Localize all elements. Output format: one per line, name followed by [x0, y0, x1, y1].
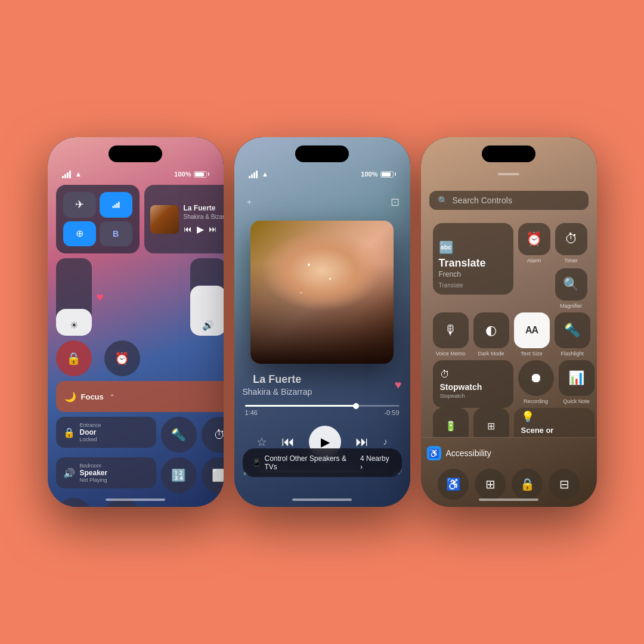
album-art-thumbnail: [150, 205, 179, 234]
focus-chevron: ⌃: [110, 394, 114, 400]
alarm-item: ⏰ Alarm: [518, 223, 550, 264]
battery-icon-2: [380, 171, 396, 178]
calculator-button[interactable]: 🔢: [161, 457, 197, 493]
status-left: ▲: [62, 170, 82, 178]
play-button[interactable]: ▶: [197, 224, 204, 235]
top-row: ✈ ⊕ B La Fuerte Shakira & Biz: [56, 185, 224, 253]
dark-mode-button[interactable]: ◐: [473, 312, 509, 348]
track-artist: Shakira & Bizarr...: [184, 213, 224, 220]
status-right-2: 100%: [361, 171, 395, 178]
translate-bottom: Translate: [439, 282, 463, 289]
volume-slider[interactable]: 🔊: [190, 258, 224, 336]
progress-bar-container[interactable]: 1:46 -0:59: [243, 405, 402, 416]
cellular-button[interactable]: [100, 192, 132, 218]
fast-forward-button[interactable]: ⏭: [209, 224, 217, 234]
flashlight-button[interactable]: 🔦: [161, 417, 197, 453]
pull-indicator: [498, 173, 519, 175]
add-button[interactable]: ＋: [245, 197, 253, 208]
heart-icon[interactable]: ♥: [97, 290, 104, 304]
text-size-label: Text Size: [521, 351, 543, 357]
accessibility-items: ♿ ⊞ 🔒 ⊟: [427, 465, 591, 503]
translate-button[interactable]: 🔤 Translate French Translate: [433, 223, 513, 295]
control-center: ✈ ⊕ B La Fuerte Shakira & Biz: [56, 185, 215, 471]
scene-item: 💡 Scene or Accessory Home: [514, 408, 595, 437]
text-size-item: AA Text Size: [514, 312, 550, 357]
airplay-bar[interactable]: 📱 Control Other Speakers & TVs 4 Nearby …: [243, 448, 402, 477]
quick-note-button[interactable]: 📊: [559, 360, 595, 396]
prev-button[interactable]: ⏮: [281, 434, 295, 450]
text-size-button[interactable]: AA: [514, 312, 550, 348]
power-row: 🔋 Low Power Mode ⊞ Scan Code 💡 Scene or …: [427, 408, 591, 437]
bluetooth-button[interactable]: B: [100, 221, 132, 247]
controls-grid: 🔤 Translate French Translate ⏰ Alarm: [421, 216, 597, 437]
alarm-button[interactable]: ⏰: [518, 223, 550, 255]
dynamic-island: [109, 145, 162, 162]
speaker-info: Bedroom Speaker Not Playing: [80, 463, 108, 483]
door-lock-tile[interactable]: 🔒 Entrance Door Locked: [56, 417, 156, 448]
home-indicator: [106, 499, 165, 501]
rotation-lock-button[interactable]: 🔒: [56, 340, 92, 376]
timer-button[interactable]: ⏱: [202, 417, 224, 453]
focus-row: 🌙 Focus ⌃: [56, 381, 224, 412]
airplay-tv-icon: 📱: [252, 459, 261, 467]
recording-button[interactable]: ⏺: [518, 360, 554, 396]
song-info: La Fuerte Shakira & Bizarrap ♥: [243, 373, 402, 397]
magnifier-item: 🔍 Magnifier: [555, 268, 587, 309]
low-power-item: 🔋 Low Power Mode: [433, 408, 469, 437]
voice-memo-button[interactable]: 🎙: [433, 312, 469, 348]
stopwatch-button[interactable]: ⏱ Stopwatch Stopwatch: [433, 360, 513, 408]
dark-mode-label: Dark Mode: [478, 351, 504, 357]
lyrics-icon[interactable]: ♪: [383, 436, 388, 447]
now-playing-tile[interactable]: La Fuerte Shakira & Bizarr... ⏮ ▶ ⏭: [144, 185, 224, 253]
low-power-button[interactable]: 🔋: [433, 408, 469, 437]
screen-record-button[interactable]: ⏺: [56, 498, 92, 507]
status-left-2: ▲: [249, 170, 269, 178]
wifi-button[interactable]: ⊕: [63, 221, 96, 247]
scan-code-button[interactable]: ⊞: [473, 408, 509, 437]
airplay-icon[interactable]: ⊡: [391, 196, 400, 209]
right-column: ⏰ Alarm ⏱ Timer 🔍 Magnifier: [518, 223, 587, 309]
song-artist: Shakira & Bizarrap: [243, 387, 312, 397]
search-bar[interactable]: 🔍 Search Controls: [429, 191, 589, 210]
playback-controls[interactable]: ⏮ ▶ ⏭: [184, 224, 224, 235]
flashlight-button[interactable]: 🔦: [555, 312, 590, 348]
flashlight-item: 🔦 Flashlight: [555, 312, 590, 357]
quick-note-label: Quick Note: [563, 398, 590, 404]
progress-dot: [353, 403, 359, 409]
screen-mirror-button[interactable]: ⬜: [202, 457, 224, 493]
battery-icon: [194, 171, 209, 178]
airplay-label: Control Other Speakers & TVs: [265, 454, 357, 471]
progress-track[interactable]: [245, 405, 400, 407]
slider-row: ☀ ♥ 🔊 ♪: [56, 258, 224, 336]
magnifier-row: 🔍 Magnifier: [518, 268, 587, 309]
rewind-button[interactable]: ⏮: [184, 224, 192, 234]
row-2: 🎙 Voice Memo ◐ Dark Mode AA Text Size 🔦 …: [427, 309, 591, 360]
magnifier-button[interactable]: 🔍: [555, 268, 587, 301]
home-indicator-2: [292, 499, 352, 501]
brightness-slider[interactable]: ☀: [56, 258, 92, 336]
timer-button[interactable]: ⏱: [555, 223, 587, 255]
stopwatch-row: ⏱ Stopwatch Stopwatch ⏺ Recording 📊 Quic…: [427, 360, 591, 408]
star-icon[interactable]: ☆: [256, 435, 267, 449]
accessibility-header: ♿ Accessibility: [427, 441, 591, 465]
alarm-button[interactable]: ⏰: [104, 340, 140, 376]
acc-item-4[interactable]: ⊟: [549, 469, 580, 500]
alarm-label: Alarm: [527, 258, 541, 264]
airplane-mode-button[interactable]: ✈: [63, 192, 96, 218]
favorite-icon[interactable]: ♥: [395, 378, 402, 392]
acc-item-1[interactable]: ♿: [438, 469, 469, 500]
track-title: La Fuerte: [184, 204, 224, 212]
album-artwork: [250, 221, 394, 364]
acc-item-2[interactable]: ⊞: [475, 469, 506, 500]
speaker-tile[interactable]: 🔊 Bedroom Speaker Not Playing: [56, 457, 156, 488]
acc-item-3[interactable]: 🔒: [512, 469, 543, 500]
stopwatch-title: Stopwatch: [440, 382, 482, 392]
scene-button[interactable]: 💡 Scene or Accessory Home: [514, 408, 595, 437]
focus-tile[interactable]: 🌙 Focus ⌃: [56, 381, 224, 412]
next-button[interactable]: ⏭: [355, 434, 369, 450]
phones-container: ▲ 100% ✈ ⊕: [24, 113, 621, 531]
network-tile[interactable]: ✈ ⊕ B: [56, 185, 140, 253]
wifi-icon: ▲: [75, 170, 82, 178]
quick-note-item: 📊 Quick Note: [559, 360, 595, 408]
top-section: 🔤 Translate French Translate ⏰ Alarm: [427, 219, 591, 309]
